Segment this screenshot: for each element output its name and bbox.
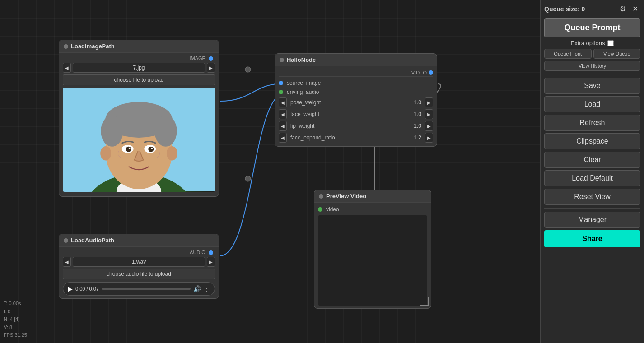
face-weight-row: ◀ face_weight 1.0 ▶ xyxy=(279,108,433,120)
progress-bar-bg[interactable] xyxy=(102,288,191,290)
status-i: I: 0 xyxy=(4,308,27,316)
audio-prev-btn[interactable]: ◀ xyxy=(63,257,71,267)
face-expand-row: ◀ face_expand_ratio 1.2 ▶ xyxy=(279,132,433,144)
audio-output-dot xyxy=(209,250,213,255)
extra-options-checkbox[interactable] xyxy=(607,40,614,46)
node-preview-title: PreView Video xyxy=(326,193,366,199)
time-display: 0:00 / 0:07 xyxy=(75,286,99,292)
svg-point-15 xyxy=(148,147,154,152)
svg-point-14 xyxy=(126,147,131,152)
face-weight-prev[interactable]: ◀ xyxy=(279,109,287,119)
pose-weight-next[interactable]: ▶ xyxy=(425,97,433,107)
clear-button[interactable]: Clear xyxy=(544,152,640,168)
extra-options-label: Extra options xyxy=(571,40,605,46)
extra-options-row: Extra options xyxy=(544,40,640,46)
more-button[interactable]: ⋮ xyxy=(204,285,210,292)
node-preview-body: video xyxy=(314,203,431,308)
audio-input-row: ◀ 1.wav ▶ xyxy=(63,256,215,268)
node-load-image-body: IMAGE ◀ 7.jpg ▶ choose file to upload xyxy=(59,53,219,196)
queue-front-button[interactable]: Queue Front xyxy=(544,49,592,59)
audio-next-btn[interactable]: ▶ xyxy=(207,257,215,267)
view-queue-button[interactable]: View Queue xyxy=(593,49,641,59)
load-button[interactable]: Load xyxy=(544,96,640,112)
save-button[interactable]: Save xyxy=(544,78,640,94)
video-output-label: VIDEO xyxy=(411,70,427,75)
panel-header: Queue size: 0 ⚙ ✕ xyxy=(544,4,640,14)
svg-point-11 xyxy=(167,146,177,161)
face-weight-next[interactable]: ▶ xyxy=(425,109,433,119)
right-panel: Queue size: 0 ⚙ ✕ Queue Prompt Extra opt… xyxy=(540,0,644,343)
svg-point-9 xyxy=(154,116,177,147)
video-output-dot xyxy=(429,70,433,75)
source-image-row: source_image xyxy=(279,79,433,88)
clipspace-button[interactable]: Clipspace xyxy=(544,133,640,149)
face-expand-prev[interactable]: ◀ xyxy=(279,133,287,143)
node-load-image-title: LoadImagePath xyxy=(71,43,115,50)
audio-output-label: AUDIO xyxy=(63,250,215,255)
pose-weight-label: pose_weight xyxy=(289,99,408,106)
refresh-button[interactable]: Refresh xyxy=(544,115,640,131)
status-v: V: 8 xyxy=(4,324,27,332)
node-load-image-header[interactable]: LoadImagePath xyxy=(59,40,219,53)
volume-button[interactable]: 🔊 xyxy=(193,285,201,292)
lip-weight-value: 1.0 xyxy=(410,123,423,129)
node-load-audio-title: LoadAudioPath xyxy=(71,237,114,244)
image-output-label: IMAGE xyxy=(63,56,215,61)
node-hallo-body: VIDEO source_image driving_audio ◀ xyxy=(275,66,437,146)
view-history-button[interactable]: View History xyxy=(544,61,640,71)
svg-point-0 xyxy=(245,176,251,181)
driving-audio-dot xyxy=(279,90,283,94)
node-hallo-title: HalloNode xyxy=(287,56,316,63)
small-btns-row: Queue Front View Queue xyxy=(544,49,640,59)
node-hallo-header[interactable]: HalloNode xyxy=(275,54,437,66)
video-input-dot xyxy=(318,207,322,212)
node-preview-video: PreView Video video xyxy=(314,190,431,309)
pose-weight-prev[interactable]: ◀ xyxy=(279,97,287,107)
svg-point-17 xyxy=(151,148,153,149)
status-t: T: 0.00s xyxy=(4,300,27,308)
node-load-audio: LoadAudioPath AUDIO ◀ 1.wav ▶ choose aud… xyxy=(59,234,219,299)
lip-weight-next[interactable]: ▶ xyxy=(425,121,433,131)
audio-upload-btn[interactable]: choose audio file to upload xyxy=(63,269,215,279)
manager-button[interactable]: Manager xyxy=(544,212,640,228)
face-expand-next[interactable]: ▶ xyxy=(425,133,433,143)
svg-point-10 xyxy=(100,146,111,161)
canvas-area[interactable]: LoadImagePath IMAGE ◀ 7.jpg ▶ choose fil… xyxy=(0,0,540,343)
share-button[interactable]: Share xyxy=(544,230,640,247)
image-next-btn[interactable]: ▶ xyxy=(207,63,215,73)
reset-view-button[interactable]: Reset View xyxy=(544,189,640,205)
image-upload-btn[interactable]: choose file to upload xyxy=(63,74,215,85)
audio-value: 1.wav xyxy=(73,257,205,267)
face-expand-value: 1.2 xyxy=(410,134,423,141)
svg-point-16 xyxy=(129,148,131,149)
node-load-audio-body: AUDIO ◀ 1.wav ▶ choose audio file to upl… xyxy=(59,247,219,298)
lip-weight-label: lip_weight xyxy=(289,123,408,129)
face-weight-value: 1.0 xyxy=(410,111,423,117)
lip-weight-prev[interactable]: ◀ xyxy=(279,121,287,131)
audio-player: ▶ 0:00 / 0:07 🔊 ⋮ xyxy=(63,282,215,296)
queue-prompt-button[interactable]: Queue Prompt xyxy=(544,18,640,37)
queue-size-label: Queue size: 0 xyxy=(544,5,585,13)
node-load-audio-header[interactable]: LoadAudioPath xyxy=(59,234,219,247)
node-preview-header[interactable]: PreView Video xyxy=(314,190,431,203)
load-default-button[interactable]: Load Default xyxy=(544,170,640,186)
node-hallo: HalloNode VIDEO source_image driving_aud… xyxy=(275,53,437,147)
lip-weight-row: ◀ lip_weight 1.0 ▶ xyxy=(279,120,433,132)
status-n: N: 4 [4] xyxy=(4,315,27,324)
node-hallo-status-dot xyxy=(280,58,284,62)
node-audio-status-dot xyxy=(64,238,68,243)
pose-weight-value: 1.0 xyxy=(410,99,423,106)
video-input-label: video xyxy=(324,206,341,213)
video-output-row: VIDEO xyxy=(279,69,433,77)
resize-handle[interactable] xyxy=(420,297,429,306)
play-button[interactable]: ▶ xyxy=(68,285,73,292)
image-prev-btn[interactable]: ◀ xyxy=(63,63,71,73)
panel-divider-1 xyxy=(544,74,640,74)
close-icon-btn[interactable]: ✕ xyxy=(630,4,640,14)
svg-point-1 xyxy=(245,67,251,72)
settings-icon-btn[interactable]: ⚙ xyxy=(617,4,628,14)
image-value: 7.jpg xyxy=(73,63,205,73)
face-weight-label: face_weight xyxy=(289,111,408,117)
source-image-dot xyxy=(279,81,283,85)
svg-point-8 xyxy=(101,116,123,147)
